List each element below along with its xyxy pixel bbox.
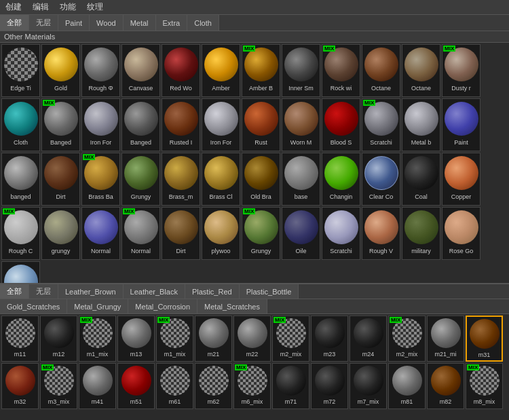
material-item-bottom[interactable]: m12 xyxy=(40,316,77,362)
material-item-bottom[interactable]: MIXm3_mix xyxy=(40,363,77,409)
menu-texture[interactable]: 纹理 xyxy=(84,0,106,14)
material-item[interactable]: Octane xyxy=(402,44,440,97)
material-item[interactable]: Paint xyxy=(442,98,480,151)
material-item[interactable]: Rose Go xyxy=(442,207,480,260)
tab-cloth[interactable]: Cloth xyxy=(187,15,219,31)
material-item-bottom[interactable]: m21 xyxy=(195,316,232,362)
tab-all-bottom[interactable]: 全部 xyxy=(0,284,29,299)
material-item[interactable]: Rusted I xyxy=(162,98,200,151)
menu-edit[interactable]: 编辑 xyxy=(30,0,52,14)
material-item[interactable]: Rough Φ xyxy=(81,44,120,97)
material-item[interactable]: MIXNormal xyxy=(121,207,160,260)
material-item-bottom[interactable]: m81 xyxy=(388,363,426,409)
tab-extra[interactable]: Extra xyxy=(156,15,188,31)
material-item[interactable]: Edge Ti xyxy=(1,44,40,97)
tab-nolayer-top[interactable]: 无层 xyxy=(29,15,58,31)
material-item-bottom[interactable]: MIXm2_mix xyxy=(272,316,309,362)
tab-paint[interactable]: Paint xyxy=(58,15,90,31)
material-item[interactable]: Dirt xyxy=(162,207,200,260)
top-materials-grid: Edge TiGoldRough ΦCanvaseRed WoAmberMIXA… xyxy=(0,43,509,283)
menu-create[interactable]: 创建 xyxy=(3,0,24,14)
material-item[interactable]: Old Bra xyxy=(242,153,280,206)
material-item[interactable]: MIXBrass Ba xyxy=(81,153,120,206)
material-item-bottom[interactable]: m82 xyxy=(427,363,464,409)
material-item-bottom[interactable]: m13 xyxy=(117,316,155,362)
top-tab-row: 全部 无层 Paint Wood Metal Extra Cloth xyxy=(0,15,509,31)
tab-metal-scratches[interactable]: Metal_Scratches xyxy=(197,299,267,313)
material-item[interactable]: military xyxy=(402,207,440,260)
material-item[interactable]: Brass_m xyxy=(162,153,200,206)
tab-all-top[interactable]: 全部 xyxy=(0,15,29,31)
tab-wood[interactable]: Wood xyxy=(90,15,124,31)
material-item[interactable]: Rust xyxy=(242,98,280,151)
material-item[interactable]: Metal b xyxy=(402,98,440,151)
material-item-bottom[interactable]: MIXm6_mix xyxy=(233,363,271,409)
tab-metal-grungy[interactable]: Metal_Grungy xyxy=(67,299,128,313)
material-item[interactable]: Red Wo xyxy=(162,44,200,97)
material-item[interactable]: Changin xyxy=(322,153,360,206)
material-item-bottom[interactable]: m22 xyxy=(233,316,271,362)
tab-leather-black[interactable]: Leather_Black xyxy=(124,284,185,299)
material-item[interactable]: Canvase xyxy=(121,44,160,97)
tab-metal[interactable]: Metal xyxy=(124,15,156,31)
material-item[interactable]: Worn M xyxy=(282,98,320,151)
material-item[interactable]: Ice xyxy=(1,261,40,283)
material-item[interactable]: Iron For xyxy=(81,98,120,151)
material-item[interactable]: Gold xyxy=(41,44,80,97)
material-item[interactable]: Coal xyxy=(402,153,440,206)
material-item[interactable]: Inner Sm xyxy=(282,44,320,97)
material-item[interactable]: MIXScratchi xyxy=(362,98,400,151)
tab-plastic-red[interactable]: Plastic_Red xyxy=(185,284,240,299)
material-item-bottom[interactable]: m21_mi xyxy=(427,316,464,362)
tab-metal-corrosion[interactable]: Metal_Corrosion xyxy=(128,299,197,313)
material-item-bottom[interactable]: MIXm1_mix xyxy=(156,316,193,362)
material-item[interactable]: Amber xyxy=(202,44,240,97)
tab-plastic-bottle[interactable]: Plastic_Bottle xyxy=(240,284,299,299)
material-item[interactable]: MIXRock wi xyxy=(322,44,360,97)
material-item[interactable]: Normal xyxy=(81,207,120,260)
material-item[interactable]: base xyxy=(282,153,320,206)
material-item[interactable]: plywoo xyxy=(202,207,240,260)
material-item[interactable]: Copper xyxy=(442,153,480,206)
tab-nolayer-bottom[interactable]: 无层 xyxy=(29,284,58,299)
material-item-bottom[interactable]: m7_mix xyxy=(350,363,387,409)
material-item[interactable]: Grungy xyxy=(121,153,160,206)
bottom-tab-row-2: Gold_Scratches Metal_Grungy Metal_Corros… xyxy=(0,299,509,314)
material-item-bottom[interactable]: m51 xyxy=(117,363,155,409)
material-item[interactable]: Scratchi xyxy=(322,207,360,260)
material-item[interactable]: grungy xyxy=(41,207,80,260)
material-item-bottom[interactable]: m32 xyxy=(1,363,39,409)
material-item[interactable]: Brass Cl xyxy=(202,153,240,206)
menu-function[interactable]: 功能 xyxy=(57,0,79,14)
material-item[interactable]: MIXRough C xyxy=(1,207,40,260)
material-item[interactable]: Dirt xyxy=(41,153,80,206)
material-item-bottom[interactable]: MIXm1_mix xyxy=(79,316,116,362)
material-item-bottom[interactable]: m72 xyxy=(311,363,348,409)
material-item[interactable]: MIXDusty r xyxy=(442,44,480,97)
material-item[interactable]: Blood S xyxy=(322,98,360,151)
material-item[interactable]: Clear Co xyxy=(362,153,400,206)
material-item[interactable]: MIXGrungy xyxy=(242,207,280,260)
material-item-bottom[interactable]: m24 xyxy=(350,316,387,362)
material-item[interactable]: MIXAmber B xyxy=(242,44,280,97)
material-item[interactable]: banged xyxy=(1,153,40,206)
material-item[interactable]: MIXBanged xyxy=(41,98,80,151)
material-item[interactable]: Iron For xyxy=(202,98,240,151)
material-item-bottom[interactable]: m31 xyxy=(466,316,503,362)
material-item-bottom[interactable]: m62 xyxy=(195,363,232,409)
tab-gold-scratches[interactable]: Gold_Scratches xyxy=(0,299,67,313)
material-item-bottom[interactable]: MIXm2_mix xyxy=(388,316,426,362)
material-item[interactable]: Octane xyxy=(362,44,400,97)
material-item[interactable]: Oile xyxy=(282,207,320,260)
material-item-bottom[interactable]: m61 xyxy=(156,363,193,409)
material-item-bottom[interactable]: MIXm8_mix xyxy=(466,363,503,409)
material-item-bottom[interactable]: m11 xyxy=(1,316,39,362)
material-item[interactable]: Rough V xyxy=(362,207,400,260)
tab-leather-brown[interactable]: Leather_Brown xyxy=(58,284,124,299)
material-item[interactable]: Cloth xyxy=(1,98,40,151)
material-item-bottom[interactable]: m71 xyxy=(272,363,309,409)
material-item-bottom[interactable]: m41 xyxy=(79,363,116,409)
top-section: 全部 无层 Paint Wood Metal Extra Cloth Other… xyxy=(0,15,509,283)
material-item[interactable]: Banged xyxy=(121,98,160,151)
material-item-bottom[interactable]: m23 xyxy=(311,316,348,362)
